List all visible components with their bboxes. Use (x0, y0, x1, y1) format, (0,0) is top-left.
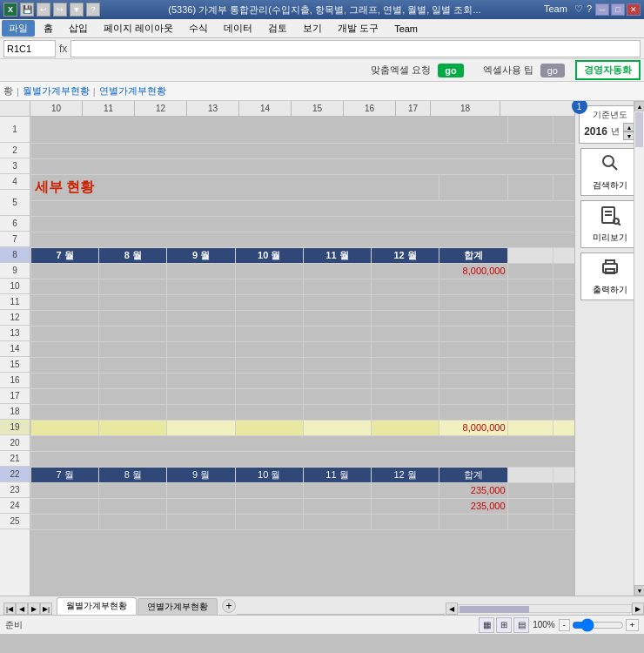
help-icon2[interactable]: ? (587, 3, 592, 16)
cell-11-1 (31, 294, 99, 310)
save-icon[interactable]: 💾 (20, 3, 34, 17)
tab-last-btn[interactable]: ▶| (40, 603, 52, 615)
zoom-out-btn[interactable]: - (559, 619, 570, 631)
redo-icon[interactable]: ↪ (53, 3, 67, 17)
cell-25-7 (439, 514, 507, 529)
cell-main-title: 세부 현황 (31, 174, 439, 200)
help-icon[interactable]: ? (86, 3, 100, 17)
table-row (31, 341, 644, 357)
go-bar: 맞춤엑셀 요청 go 엑셀사용 팁 go 경영자동화 (0, 59, 644, 82)
search-panel-btn[interactable]: 검색하기 (580, 148, 640, 196)
cell-22-3: 9 월 (167, 467, 235, 482)
hscroll-left[interactable]: ◀ (446, 603, 458, 615)
cell-14-5 (303, 341, 371, 357)
cell-15-1 (31, 357, 99, 373)
normal-view-btn[interactable]: ▦ (479, 617, 494, 633)
vscroll-down[interactable]: ▼ (634, 585, 644, 596)
col-11: 11 (83, 101, 135, 116)
maximize-btn[interactable]: □ (611, 3, 625, 16)
menu-icon[interactable]: ▼ (70, 3, 84, 17)
menu-home[interactable]: 홈 (37, 20, 60, 37)
add-sheet-btn[interactable]: + (222, 599, 236, 613)
layout-view-btn[interactable]: ▤ (513, 617, 529, 633)
menu-dev[interactable]: 개발 도구 (331, 20, 386, 37)
cell-13-1 (31, 326, 99, 341)
tab-spacer (237, 614, 445, 615)
menu-insert[interactable]: 삽입 (62, 20, 95, 37)
go-btn-2[interactable]: go (540, 64, 565, 77)
sheet-tab-monthly[interactable]: 월별가계부현황 (57, 597, 137, 615)
cell-11-8 (507, 294, 553, 310)
rownum-18: 18 (0, 404, 30, 420)
cell-16-8 (507, 373, 553, 388)
cell-11-7 (439, 294, 507, 310)
rownum-12: 12 (0, 310, 30, 326)
zoom-slider[interactable] (572, 618, 624, 632)
cell-10-2 (99, 279, 167, 294)
minimize-btn[interactable]: ─ (595, 3, 609, 16)
cell-18-2 (99, 404, 167, 420)
vscroll-up[interactable]: ▲ (634, 101, 644, 111)
menu-review[interactable]: 검토 (261, 20, 294, 37)
year-value: 2016 (584, 125, 607, 138)
cell-11-4 (235, 294, 303, 310)
breadcrumb-item-3[interactable]: 연별가계부현황 (99, 84, 166, 98)
name-box[interactable] (3, 40, 56, 57)
cell-8-7: 합계 (439, 247, 507, 263)
table-row (31, 294, 644, 310)
outline-btn[interactable]: 경영자동화 (575, 60, 641, 80)
cell-14-6 (372, 341, 439, 357)
menu-data[interactable]: 데이터 (217, 20, 259, 37)
year-label: 기준년도 (582, 109, 638, 121)
menu-formula[interactable]: 수식 (182, 20, 215, 37)
rownum-17: 17 (0, 388, 30, 404)
cell-23-7: 235,000 (439, 482, 507, 498)
menu-team[interactable]: Team (387, 22, 425, 36)
cell-19-6 (372, 420, 439, 435)
page-view-btn[interactable]: ⊞ (496, 617, 512, 633)
svg-line-6 (618, 224, 621, 226)
table-row (31, 514, 644, 529)
rownum-11: 11 (0, 294, 30, 310)
rownum-22: 22 (0, 467, 30, 482)
menu-page-layout[interactable]: 페이지 레이아웃 (97, 20, 180, 37)
go-btn-1[interactable]: go (438, 64, 463, 77)
menu-view[interactable]: 보기 (296, 20, 329, 37)
col-14: 14 (239, 101, 292, 116)
cell-13-6 (372, 326, 439, 341)
cell-16-3 (167, 373, 235, 388)
right-vscroll: ▲ ▼ (634, 101, 644, 596)
undo-icon[interactable]: ↩ (37, 3, 50, 17)
status-text: 준비 (5, 619, 23, 631)
year-section: 1 기준년도 2016 년 ▲ ▼ (579, 105, 641, 144)
tip-label: 엑셀사용 팁 (480, 64, 537, 77)
cell-18-4 (235, 404, 303, 420)
rownum-6: 6 (0, 216, 30, 232)
cell-16-5 (303, 373, 371, 388)
table-row (31, 143, 644, 158)
view-btns: ▦ ⊞ ▤ (479, 617, 529, 633)
sheet-tab-yearly[interactable]: 연별가계부현황 (138, 598, 218, 615)
team-label: Team (544, 3, 567, 16)
cell-21 (31, 451, 644, 467)
preview-panel-btn[interactable]: 미리보기 (580, 200, 640, 248)
formula-input[interactable] (70, 40, 641, 57)
cell-14-2 (99, 341, 167, 357)
cell-2-merged (31, 143, 644, 158)
cell-12-6 (372, 310, 439, 326)
cell-10-6 (372, 279, 439, 294)
tab-next-btn[interactable]: ▶ (28, 603, 40, 615)
tab-prev-btn[interactable]: ◀ (16, 603, 28, 615)
close-btn[interactable]: ✕ (627, 3, 641, 16)
tab-first-btn[interactable]: |◀ (3, 603, 16, 615)
breadcrumb-item-2[interactable]: 월별가계부현황 (23, 84, 90, 98)
cell-14-4 (235, 341, 303, 357)
print-panel-btn[interactable]: 출력하기 (580, 252, 640, 300)
sheet-tabs: |◀ ◀ ▶ ▶| 월별가계부현황 연별가계부현황 + ◀ ▶ (0, 596, 644, 615)
zoom-in-btn[interactable]: + (626, 619, 639, 631)
menu-file[interactable]: 파일 (2, 20, 35, 37)
cells-area[interactable]: 세부 현황 (30, 117, 644, 596)
cell-22-2: 8 월 (99, 467, 167, 482)
hscroll-right[interactable]: ▶ (632, 603, 644, 615)
cell-25-2 (99, 514, 167, 529)
